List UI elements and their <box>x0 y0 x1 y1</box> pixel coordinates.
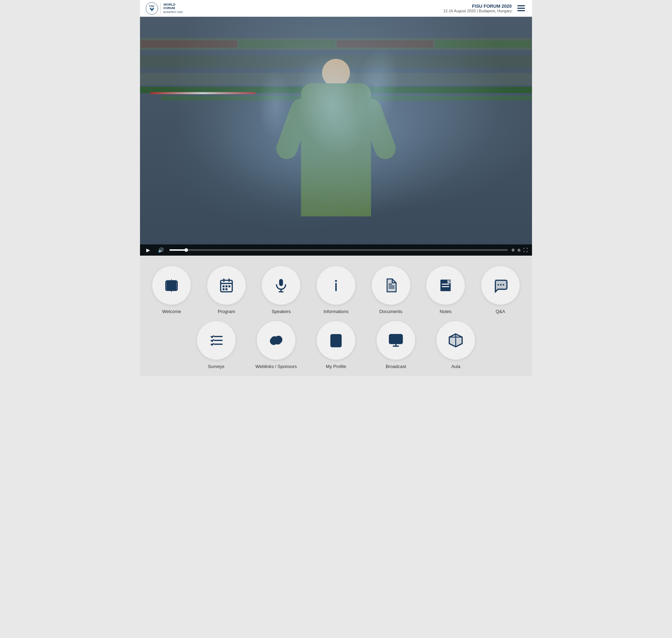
svg-point-0 <box>146 2 158 14</box>
svg-point-31 <box>497 284 499 285</box>
control-right-group: ⚙ ⧉ ⛶ <box>511 248 528 253</box>
pip-icon[interactable]: ⧉ <box>518 248 520 252</box>
menu-item-broadcast[interactable]: Broadcast <box>377 321 415 369</box>
svg-rect-16 <box>223 288 225 290</box>
link-icon <box>268 333 284 348</box>
svg-point-33 <box>503 284 504 285</box>
menu-circle-welcome <box>152 266 191 305</box>
menu-label-broadcast: Broadcast <box>386 364 406 369</box>
chat-bubble-icon <box>493 278 508 293</box>
svg-rect-14 <box>225 285 227 287</box>
progress-bar[interactable] <box>169 249 508 251</box>
play-button[interactable]: ▶ <box>144 247 152 254</box>
microphone-icon <box>273 278 289 293</box>
menu-circle-documents <box>372 266 410 305</box>
svg-rect-15 <box>228 285 230 287</box>
svg-text:FISU: FISU <box>149 5 155 7</box>
menu-item-speakers[interactable]: Speakers <box>257 266 306 314</box>
volume-icon: 🔊 <box>158 247 164 253</box>
logo-text: WORLD FORUM BUDAPEST 2020 <box>160 3 183 14</box>
menu-item-documents[interactable]: Documents <box>366 266 415 314</box>
menu-label-documents: Documents <box>379 309 402 314</box>
event-date: 12-16 August 2020 | Budapest, Hungary <box>443 9 512 13</box>
menu-item-notes[interactable]: Notes <box>421 266 470 314</box>
menu-label-welcome: Welcome <box>162 309 181 314</box>
menu-circle-broadcast <box>377 321 415 360</box>
logo-area: FISU WORLD FORUM BUDAPEST 2020 <box>146 2 183 15</box>
event-info: FISU FORUM 2020 12-16 August 2020 | Buda… <box>443 4 512 13</box>
menu-item-myprofile[interactable]: My Profile <box>317 321 355 369</box>
svg-point-21 <box>335 280 337 282</box>
video-controls-bar: ▶ 🔊 ⚙ ⧉ ⛶ <box>140 244 532 256</box>
menu-item-qa[interactable]: Q&A <box>476 266 525 314</box>
menu-label-notes: Notes <box>440 309 451 314</box>
event-title: FISU FORUM 2020 <box>443 4 512 9</box>
info-icon <box>328 278 344 293</box>
box-3d-icon <box>448 333 463 348</box>
menu-item-surveys[interactable]: Surveys <box>197 321 236 369</box>
video-container: ▶ 🔊 ⚙ ⧉ ⛶ <box>140 17 532 256</box>
notes-icon <box>438 278 453 293</box>
play-icon: ▶ <box>146 247 150 253</box>
calendar-icon <box>219 278 234 293</box>
menu-label-informations: Informations <box>323 309 349 314</box>
svg-point-32 <box>500 284 501 285</box>
menu-circle-surveys <box>197 321 236 360</box>
menu-circle-qa <box>481 266 520 305</box>
progress-dot <box>184 248 188 252</box>
video-frame <box>140 17 532 244</box>
menu-circle-aula <box>436 321 475 360</box>
menu-label-aula: Aula <box>451 364 460 369</box>
fisu-emblem-icon: FISU <box>146 2 158 15</box>
fisu-logo: FISU WORLD FORUM BUDAPEST 2020 <box>146 2 183 15</box>
book-icon <box>164 278 179 293</box>
menu-circle-weblinks <box>257 321 295 360</box>
menu-circle-myprofile <box>317 321 355 360</box>
svg-rect-39 <box>390 335 402 344</box>
menu-circle-informations <box>317 266 355 305</box>
menu-item-informations[interactable]: Informations <box>312 266 361 314</box>
monitor-icon <box>388 333 404 348</box>
svg-rect-17 <box>225 288 227 290</box>
menu-circle-speakers <box>262 266 300 305</box>
menu-circle-notes <box>426 266 465 305</box>
fullscreen-icon[interactable]: ⛶ <box>523 248 528 253</box>
settings-icon[interactable]: ⚙ <box>511 248 515 252</box>
menu-item-program[interactable]: Program <box>202 266 251 314</box>
site-header: FISU WORLD FORUM BUDAPEST 2020 FISU FORU… <box>140 0 532 17</box>
menu-label-myprofile: My Profile <box>326 364 346 369</box>
document-icon <box>383 278 399 293</box>
menu-grid-container: Welcome Program <box>140 256 532 376</box>
menu-row-2: Surveys Weblinks / Sponsors My Profil <box>147 321 525 369</box>
menu-item-weblinks[interactable]: Weblinks / Sponsors <box>255 321 297 369</box>
menu-circle-program <box>207 266 246 305</box>
menu-row-1: Welcome Program <box>147 266 525 314</box>
profile-card-icon <box>328 333 344 348</box>
menu-item-aula[interactable]: Aula <box>436 321 475 369</box>
menu-label-weblinks: Weblinks / Sponsors <box>255 364 297 369</box>
menu-label-program: Program <box>218 309 235 314</box>
svg-rect-18 <box>279 279 283 286</box>
menu-label-surveys: Surveys <box>208 364 224 369</box>
svg-point-38 <box>334 337 338 341</box>
checklist-icon <box>209 333 224 348</box>
volume-button[interactable]: 🔊 <box>156 247 166 254</box>
svg-rect-13 <box>223 285 225 287</box>
menu-label-speakers: Speakers <box>272 309 291 314</box>
hamburger-menu-button[interactable] <box>516 4 526 13</box>
header-right: FISU FORUM 2020 12-16 August 2020 | Buda… <box>443 4 527 13</box>
progress-fill <box>169 249 186 251</box>
menu-label-qa: Q&A <box>496 309 505 314</box>
menu-item-welcome[interactable]: Welcome <box>147 266 196 314</box>
